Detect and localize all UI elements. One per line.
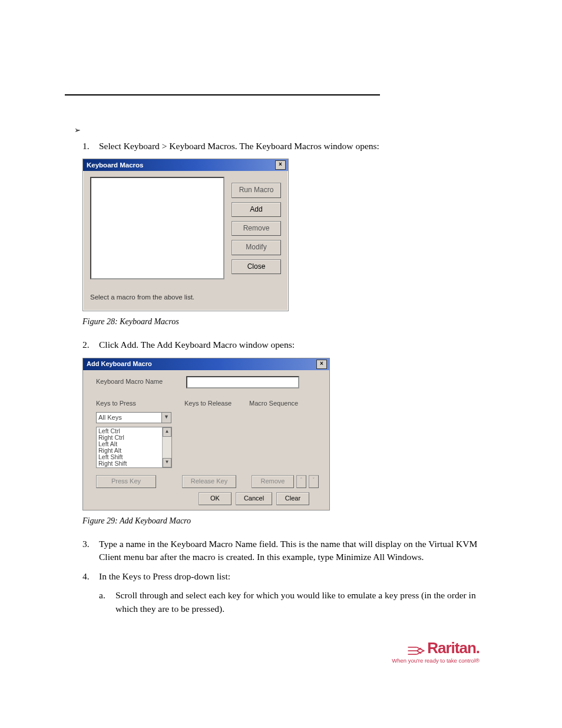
dialog1-titlebar[interactable]: Keyboard Macros × xyxy=(83,159,288,171)
keys-filter-combo[interactable]: All Keys ▼ xyxy=(96,412,171,423)
press-key-button[interactable]: Press Key xyxy=(96,475,156,488)
combo-value: All Keys xyxy=(97,413,161,423)
substep-text-a: Scroll through and select each key for w… xyxy=(115,589,491,615)
close-button[interactable]: Close xyxy=(232,259,281,274)
macro-name-field[interactable] xyxy=(186,376,299,388)
scrollbar[interactable]: ▲ ▼ xyxy=(162,427,171,467)
list-item[interactable]: Right Shift xyxy=(98,460,160,467)
brand-name: Raritan. xyxy=(427,639,480,657)
run-macro-button[interactable]: Run Macro xyxy=(232,183,281,197)
footer-logo: Raritan. When you're ready to take contr… xyxy=(71,639,491,664)
dialog1-status: Select a macro from the above list. xyxy=(90,292,281,302)
step-number-4: 4. xyxy=(82,570,99,583)
close-icon[interactable]: × xyxy=(275,160,286,170)
step-number-2: 2. xyxy=(82,338,99,351)
add-button[interactable]: Add xyxy=(232,202,281,217)
dialog2-titlebar[interactable]: Add Keyboard Macro × xyxy=(83,358,329,370)
ok-button[interactable]: OK xyxy=(199,492,232,505)
keys-to-press-label: Keys to Press xyxy=(96,399,178,409)
step-text-2: Click Add. The Add Keyboard Macro window… xyxy=(99,338,491,351)
release-key-button[interactable]: Release Key xyxy=(182,475,236,488)
close-icon[interactable]: × xyxy=(316,360,327,369)
step-number-3: 3. xyxy=(82,538,99,564)
modify-button[interactable]: Modify xyxy=(232,240,281,255)
figure-29-caption: Figure 29: Add Keyboard Macro xyxy=(82,515,491,527)
scroll-down-icon[interactable]: ▼ xyxy=(163,458,171,467)
arrow-bullet: ➢ xyxy=(74,125,491,136)
remove-button[interactable]: Remove xyxy=(232,221,281,236)
chevron-down-icon[interactable]: ▼ xyxy=(161,413,171,423)
keys-to-release-label: Keys to Release xyxy=(184,399,243,409)
scroll-up-icon[interactable]: ▲ xyxy=(163,427,171,437)
horizontal-rule xyxy=(65,94,380,95)
move-down-button[interactable]: ˅ xyxy=(309,475,319,488)
keys-listbox[interactable]: Left Ctrl Right Ctrl Left Alt Right Alt … xyxy=(96,427,172,468)
macro-name-label: Keyboard Macro Name xyxy=(96,377,163,387)
move-up-button[interactable]: ˄ xyxy=(296,475,306,488)
dialog2-title: Add Keyboard Macro xyxy=(85,360,316,369)
step-text-3: Type a name in the Keyboard Macro Name f… xyxy=(99,538,491,564)
clear-button[interactable]: Clear xyxy=(276,492,309,505)
step-text-4: In the Keys to Press drop-down list: xyxy=(99,570,491,583)
cancel-button[interactable]: Cancel xyxy=(236,492,272,505)
sequence-remove-button[interactable]: Remove xyxy=(252,475,294,488)
macro-list[interactable] xyxy=(90,177,224,279)
figure-28-caption: Figure 28: Keyboard Macros xyxy=(82,316,491,328)
macro-sequence-label: Macro Sequence xyxy=(249,399,298,409)
keyboard-macros-dialog: Keyboard Macros × Run Macro Add Remove M… xyxy=(82,159,289,311)
raritan-icon xyxy=(407,643,425,654)
dialog1-title: Keyboard Macros xyxy=(85,160,275,170)
step-text-1: Select Keyboard > Keyboard Macros. The K… xyxy=(99,140,491,153)
add-keyboard-macro-dialog: Add Keyboard Macro × Keyboard Macro Name… xyxy=(82,358,330,510)
substep-letter-a: a. xyxy=(99,589,115,615)
step-number-1: 1. xyxy=(82,140,99,153)
brand-tagline: When you're ready to take control® xyxy=(71,657,480,664)
